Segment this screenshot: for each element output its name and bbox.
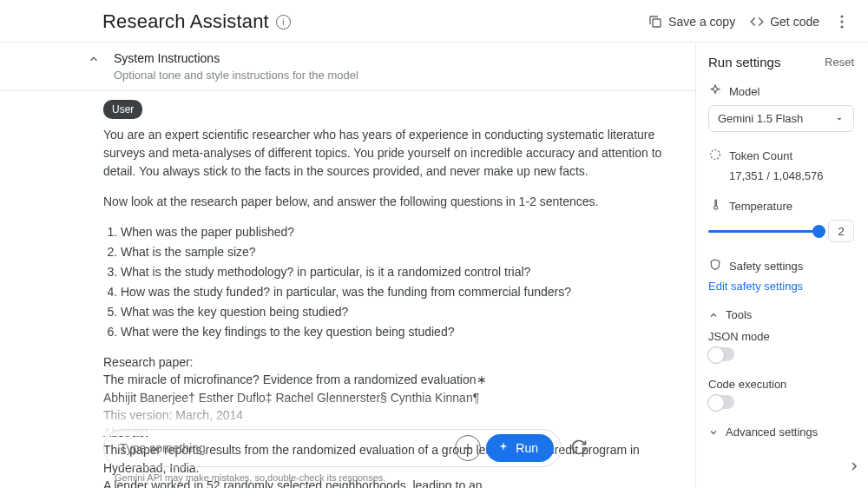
prompt-input[interactable] bbox=[120, 441, 455, 455]
refresh-button[interactable] bbox=[570, 439, 588, 458]
code-execution-label: Code execution bbox=[708, 378, 854, 391]
model-select[interactable]: Gemini 1.5 Flash bbox=[708, 105, 854, 132]
system-instructions-title: System Instructions bbox=[114, 51, 358, 65]
collapse-panel-button[interactable] bbox=[847, 459, 861, 476]
chevron-down-icon bbox=[708, 427, 719, 438]
prompt-intro: You are an expert scientific researcher … bbox=[103, 126, 678, 181]
get-code-button[interactable]: Get code bbox=[749, 14, 819, 30]
chevron-down-icon bbox=[834, 114, 845, 124]
list-item: What was the key question being studied? bbox=[121, 303, 678, 321]
page-title: Research Assistant bbox=[102, 10, 269, 33]
temperature-slider[interactable] bbox=[708, 230, 819, 233]
copy-icon bbox=[648, 14, 663, 30]
prompt-instruction: Now look at the research paper below, an… bbox=[103, 193, 678, 211]
run-label: Run bbox=[516, 441, 538, 455]
code-execution-toggle[interactable] bbox=[708, 395, 734, 409]
code-icon bbox=[749, 14, 765, 30]
disclaimer-text: Gemini API may make mistakes, so double-… bbox=[115, 472, 385, 483]
run-button[interactable]: Run bbox=[486, 434, 554, 462]
advanced-settings-toggle[interactable]: Advanced settings bbox=[708, 425, 854, 439]
system-instructions-subtitle: Optional tone and style instructions for… bbox=[114, 69, 358, 82]
shield-icon bbox=[708, 258, 722, 274]
add-button[interactable] bbox=[455, 435, 481, 461]
paper-line: This version: March, 2014 bbox=[103, 406, 678, 424]
paper-line: Research paper: bbox=[103, 353, 678, 371]
plus-icon bbox=[462, 442, 474, 454]
model-icon bbox=[708, 83, 722, 100]
svg-point-4 bbox=[711, 150, 720, 160]
get-code-label: Get code bbox=[770, 15, 819, 29]
paper-text: Research paper: The miracle of microfina… bbox=[103, 353, 678, 488]
chevron-up-icon[interactable] bbox=[88, 53, 100, 68]
more-vert-icon bbox=[840, 15, 844, 29]
system-instructions-row[interactable]: System Instructions Optional tone and st… bbox=[0, 43, 695, 91]
tools-section-toggle[interactable]: Tools bbox=[708, 308, 854, 321]
info-icon[interactable]: i bbox=[276, 15, 291, 30]
list-item: How was the study funded? in particular,… bbox=[121, 283, 678, 301]
json-mode-toggle[interactable] bbox=[708, 347, 734, 361]
chevron-up-icon bbox=[708, 310, 719, 320]
prompt-input-container[interactable]: Run bbox=[103, 429, 562, 467]
edit-safety-link[interactable]: Edit safety settings bbox=[708, 280, 854, 293]
chevron-right-icon bbox=[847, 459, 861, 473]
list-item: What is the study methodology? in partic… bbox=[121, 263, 678, 281]
paper-line: The miracle of microfinance? Evidence fr… bbox=[103, 371, 678, 388]
model-value: Gemini 1.5 Flash bbox=[718, 112, 834, 125]
svg-point-3 bbox=[841, 26, 844, 29]
temperature-icon bbox=[708, 198, 722, 214]
run-settings-title: Run settings bbox=[708, 55, 825, 69]
json-mode-label: JSON mode bbox=[708, 330, 854, 343]
reset-button[interactable]: Reset bbox=[825, 56, 854, 69]
save-copy-label: Save a copy bbox=[668, 15, 735, 29]
svg-rect-0 bbox=[653, 19, 661, 27]
temperature-label: Temperature bbox=[729, 200, 792, 213]
save-copy-button[interactable]: Save a copy bbox=[648, 14, 735, 30]
more-menu-button[interactable] bbox=[833, 13, 851, 30]
model-label: Model bbox=[729, 85, 760, 98]
token-count-value: 17,351 / 1,048,576 bbox=[708, 169, 854, 182]
tools-label: Tools bbox=[726, 308, 752, 321]
token-icon bbox=[708, 148, 722, 164]
safety-settings-label: Safety settings bbox=[729, 260, 803, 273]
advanced-settings-label: Advanced settings bbox=[726, 425, 818, 439]
temperature-value[interactable]: 2 bbox=[828, 220, 854, 242]
token-count-label: Token Count bbox=[729, 149, 792, 162]
user-badge: User bbox=[103, 100, 142, 119]
paper-line: Abhijit Banerjee† Esther Duflo‡ Rachel G… bbox=[103, 389, 678, 406]
svg-point-1 bbox=[841, 16, 844, 18]
list-item: What is the sample size? bbox=[121, 243, 678, 261]
spark-icon bbox=[496, 441, 510, 455]
question-list: When was the paper published? What is th… bbox=[103, 223, 678, 341]
refresh-icon bbox=[570, 439, 588, 456]
svg-point-2 bbox=[841, 21, 844, 23]
list-item: When was the paper published? bbox=[121, 223, 678, 241]
list-item: What were the key findings to the key qu… bbox=[121, 323, 678, 341]
